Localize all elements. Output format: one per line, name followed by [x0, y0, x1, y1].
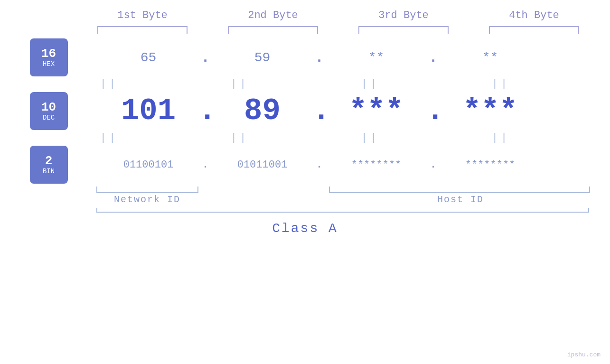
eq2-b2: || — [188, 132, 292, 144]
id-labels-offset — [11, 194, 96, 205]
hex-badge-label: HEX — [43, 61, 55, 68]
host-id-label-container: Host ID — [322, 194, 600, 205]
hex-badge-num: 16 — [41, 47, 56, 61]
bin-b2: 01011001 — [210, 159, 315, 171]
byte-headers: 1st Byte 2nd Byte 3rd Byte 4th Byte — [77, 9, 600, 21]
hex-b2: 59 — [210, 50, 315, 65]
bin-badge: 2 BIN — [30, 146, 68, 184]
full-bracket-right-cap — [588, 208, 589, 213]
hex-b1: 65 — [96, 50, 201, 65]
dec-b4: *** — [438, 94, 543, 128]
main-container: 1st Byte 2nd Byte 3rd Byte 4th Byte 16 H… — [0, 0, 610, 364]
full-bottom-bracket — [96, 212, 589, 213]
byte3-header: 3rd Byte — [351, 9, 456, 21]
byte4-header: 4th Byte — [482, 9, 586, 21]
host-id-label: Host ID — [437, 194, 484, 205]
dec-badge-num: 10 — [41, 101, 56, 114]
bin-row: 2 BIN 01100101 . 01011001 . ******** . *… — [11, 146, 600, 184]
bin-badge-num: 2 — [45, 154, 53, 168]
dec-values: 101 . 89 . *** . *** — [96, 94, 600, 128]
equals-row-1: || || || || — [44, 78, 566, 90]
eq2-b3: || — [318, 132, 422, 144]
top-bracket-row — [77, 26, 600, 34]
host-id-bracket — [329, 187, 590, 193]
dec-badge-label: DEC — [43, 114, 55, 121]
bracket-b1 — [97, 26, 188, 34]
id-labels-row: Network ID Host ID — [11, 194, 600, 205]
id-labels-gap — [198, 194, 322, 205]
bin-b4: ******** — [438, 159, 543, 171]
hex-b3: ** — [324, 50, 429, 65]
class-label: Class A — [272, 221, 338, 236]
hex-b4: ** — [438, 50, 543, 65]
equals-row-2: || || || || — [44, 132, 566, 144]
bracket-b4 — [489, 26, 579, 34]
dec-badge: 10 DEC — [30, 92, 68, 130]
bin-b1: 01100101 — [96, 159, 201, 171]
watermark: ipshu.com — [567, 351, 601, 358]
eq1-b4: || — [449, 78, 553, 90]
byte1-header: 1st Byte — [90, 9, 195, 21]
bottom-bracket-container — [11, 187, 600, 193]
bin-values: 01100101 . 01011001 . ******** . *******… — [96, 159, 600, 171]
eq2-b1: || — [57, 132, 161, 144]
hex-values: 65 . 59 . ** . ** — [96, 49, 600, 66]
network-id-bracket — [96, 187, 198, 193]
eq2-b4: || — [449, 132, 553, 144]
bin-badge-label: BIN — [43, 168, 55, 175]
bracket-b2 — [228, 26, 318, 34]
network-id-label-container: Network ID — [96, 194, 198, 205]
eq1-b1: || — [57, 78, 161, 90]
full-bracket-left-cap — [96, 208, 97, 213]
eq1-b3: || — [318, 78, 422, 90]
eq1-b2: || — [188, 78, 292, 90]
bin-b3: ******** — [324, 159, 429, 171]
hex-row: 16 HEX 65 . 59 . ** . ** — [11, 38, 600, 76]
byte2-header: 2nd Byte — [221, 9, 325, 21]
dec-row: 10 DEC 101 . 89 . *** . *** — [11, 92, 600, 130]
dec-b3: *** — [324, 94, 429, 128]
dec-b1: 101 — [96, 94, 201, 128]
dec-b2: 89 — [210, 94, 315, 128]
network-id-label: Network ID — [114, 194, 180, 205]
hex-badge: 16 HEX — [30, 38, 68, 76]
bracket-b3 — [358, 26, 449, 34]
